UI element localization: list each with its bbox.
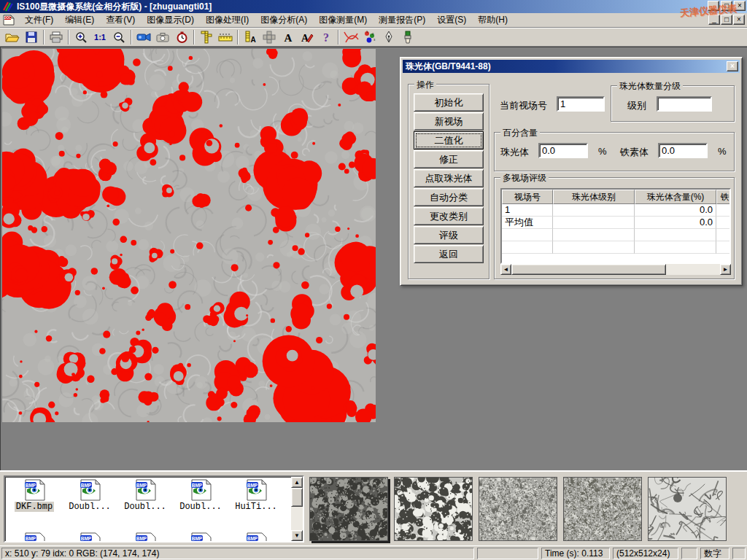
- micrograph-image-binarized[interactable]: [2, 49, 376, 422]
- pen-tool-icon[interactable]: [379, 29, 398, 45]
- scroll-right-icon[interactable]: ►: [720, 264, 731, 275]
- new-field-button[interactable]: 新视场: [414, 112, 484, 131]
- file-item[interactable]: BMP: [174, 532, 227, 542]
- svg-text:BMP: BMP: [81, 483, 92, 488]
- file-item[interactable]: BMP Doubl...: [63, 479, 116, 512]
- measure-label-icon[interactable]: A: [241, 29, 260, 45]
- menu-edit[interactable]: 编辑(E): [59, 12, 100, 28]
- toolbar-separator: [237, 30, 239, 44]
- file-item[interactable]: BMP Doubl...: [174, 479, 227, 512]
- thumbnail-micrograph-4[interactable]: [563, 477, 642, 541]
- scroll-left-icon[interactable]: ◄: [500, 264, 511, 275]
- rate-button[interactable]: 评级: [414, 226, 484, 244]
- thumbnail-micrograph-2[interactable]: [394, 477, 473, 541]
- file-list[interactable]: BMP DKF.bmp BMP Doubl... BMP Doubl... BM…: [4, 475, 304, 542]
- scrollbar-thumb[interactable]: [291, 488, 303, 507]
- file-item[interactable]: BMP: [8, 532, 61, 542]
- bmp-file-icon: BMP: [78, 479, 101, 501]
- file-browser-panel: BMP DKF.bmp BMP Doubl... BMP Doubl... BM…: [0, 470, 747, 545]
- table-row-average[interactable]: 平均值 0.0: [502, 217, 729, 229]
- initialize-button[interactable]: 初始化: [414, 93, 484, 112]
- ferrite-percent-input[interactable]: 0.0: [658, 143, 708, 158]
- col-ferrite-content[interactable]: 铁素体含量(%): [716, 190, 731, 204]
- timer-clock-icon[interactable]: [172, 29, 191, 45]
- current-field-input[interactable]: 1: [557, 96, 605, 112]
- scrollbar-thumb[interactable]: [511, 264, 666, 275]
- file-item[interactable]: BMP HuiTi...: [230, 479, 282, 512]
- pick-pearlite-button[interactable]: 点取珠光体: [414, 169, 484, 187]
- file-item[interactable]: BMP: [63, 532, 116, 542]
- mdi-close-button[interactable]: ×: [733, 15, 745, 25]
- file-name[interactable]: Doubl...: [178, 502, 223, 512]
- file-list-scrollbar[interactable]: ▲ ▼: [291, 477, 303, 541]
- menu-image-measure[interactable]: 图像测量(M): [313, 12, 373, 28]
- help-icon[interactable]: ?: [317, 29, 336, 45]
- classify-dots-icon[interactable]: 123: [360, 29, 379, 45]
- ferrite-label: 铁素体: [620, 146, 649, 159]
- file-name[interactable]: HuiTi...: [233, 502, 279, 512]
- menu-settings[interactable]: 设置(S): [431, 12, 472, 28]
- level-input[interactable]: [657, 96, 712, 112]
- snapshot-camera-icon[interactable]: [153, 29, 172, 45]
- menu-image-processing[interactable]: 图像处理(I): [200, 12, 255, 28]
- scroll-down-icon[interactable]: ▼: [291, 530, 303, 541]
- status-empty-panel: [681, 548, 697, 559]
- thumbnail-micrograph-1[interactable]: [309, 477, 388, 541]
- curve-tool-icon[interactable]: [341, 29, 360, 45]
- cell-ferrite-content: [716, 204, 731, 217]
- file-name[interactable]: DKF.bmp: [15, 502, 54, 512]
- svg-text:BMP: BMP: [26, 536, 36, 541]
- thumbnail-micrograph-3[interactable]: [479, 477, 557, 541]
- menu-file[interactable]: 文件(F): [19, 12, 59, 28]
- actual-size-icon[interactable]: 1:1: [90, 29, 109, 45]
- print-icon[interactable]: [47, 29, 66, 45]
- correct-button[interactable]: 修正: [414, 150, 484, 168]
- file-item[interactable]: BMP: [119, 532, 171, 542]
- dialog-close-button[interactable]: ×: [727, 61, 738, 71]
- col-field-number[interactable]: 视场号: [502, 190, 553, 204]
- pearlite-dialog: 珠光体(GB/T9441-88) × 操作 初始化 新视场 二值化 修正 点取珠…: [400, 57, 743, 286]
- zoom-out-icon[interactable]: [109, 29, 128, 45]
- svg-text:BMP: BMP: [192, 536, 203, 541]
- scroll-up-icon[interactable]: ▲: [291, 477, 303, 488]
- edit-annotation-icon[interactable]: A: [298, 29, 317, 45]
- menu-image-display[interactable]: 图像显示(D): [141, 12, 200, 28]
- save-icon[interactable]: [22, 29, 41, 45]
- zoom-in-icon[interactable]: [71, 29, 90, 45]
- menu-view[interactable]: 查看(V): [100, 12, 141, 28]
- thumbnail-micrograph-5[interactable]: [648, 477, 727, 541]
- menu-help[interactable]: 帮助(H): [472, 12, 514, 28]
- grid-cross-icon[interactable]: [260, 29, 279, 45]
- text-annotation-icon[interactable]: A: [279, 29, 298, 45]
- table-horizontal-scrollbar[interactable]: ◄ ►: [500, 264, 731, 275]
- file-name[interactable]: Doubl...: [67, 502, 112, 512]
- ferrite-unit: %: [718, 146, 727, 157]
- open-file-icon[interactable]: [3, 29, 22, 45]
- menu-image-analysis[interactable]: 图像分析(A): [255, 12, 313, 28]
- col-pearlite-level[interactable]: 珠光体级别: [553, 190, 635, 204]
- file-item[interactable]: BMP: [230, 532, 282, 542]
- binarize-button[interactable]: 二值化: [414, 131, 484, 149]
- ruler-icon[interactable]: [216, 29, 235, 45]
- file-item[interactable]: BMP Doubl...: [119, 479, 171, 512]
- change-class-button[interactable]: 更改类别: [414, 207, 484, 225]
- toolbar-separator: [43, 30, 44, 44]
- auto-classify-button[interactable]: 自动分类: [414, 188, 484, 206]
- video-capture-icon[interactable]: [134, 29, 153, 45]
- svg-text:BMP: BMP: [136, 483, 147, 488]
- dialog-title-bar[interactable]: 珠光体(GB/T9441-88) ×: [403, 60, 740, 73]
- return-button[interactable]: 返回: [414, 245, 484, 263]
- col-pearlite-content[interactable]: 珠光体含量(%): [635, 190, 716, 204]
- bmp-file-icon: BMP: [189, 479, 212, 501]
- rating-table[interactable]: 视场号 珠光体级别 珠光体含量(%) 铁素体含量(%) 1 0.0 平均值 0.…: [500, 188, 731, 264]
- menu-measure-report[interactable]: 测量报告(P): [373, 12, 431, 28]
- caliper-icon[interactable]: [197, 29, 216, 45]
- operations-group-label: 操作: [414, 79, 436, 91]
- cell-pearlite-content: 0.0: [635, 217, 716, 229]
- file-item[interactable]: BMP DKF.bmp: [8, 479, 61, 512]
- brush-tool-icon[interactable]: [398, 29, 417, 45]
- pearlite-percent-input[interactable]: 0.0: [538, 143, 588, 158]
- file-name[interactable]: Doubl...: [123, 502, 168, 512]
- table-row[interactable]: 1 0.0: [502, 204, 729, 217]
- bmp-file-icon: BMP: [244, 479, 268, 501]
